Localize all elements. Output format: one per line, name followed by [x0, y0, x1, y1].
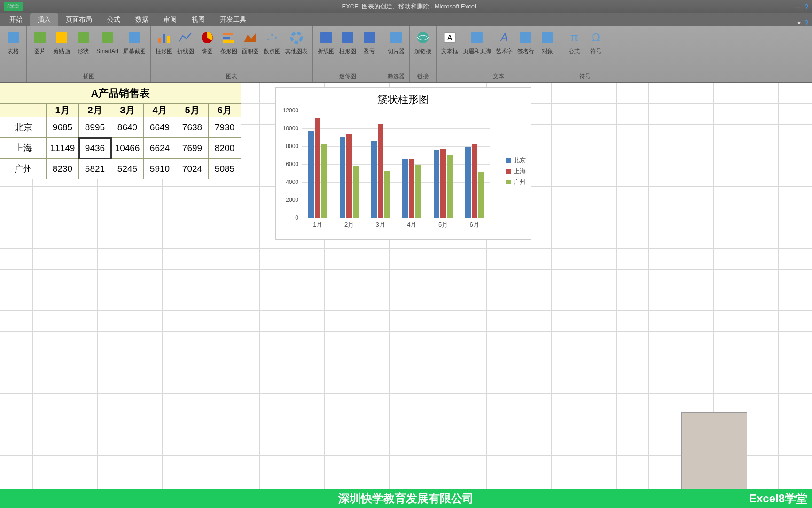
svg-text:A: A: [447, 34, 453, 42]
table-header[interactable]: 3月: [111, 104, 144, 117]
clipart-icon: [53, 29, 70, 46]
table-cell[interactable]: 11149: [47, 138, 79, 159]
menu-tab-插入[interactable]: 插入: [30, 13, 58, 26]
table-cell[interactable]: 5085: [209, 159, 241, 179]
minimize-icon[interactable]: ─: [795, 3, 800, 10]
svg-rect-8: [167, 36, 170, 43]
svg-rect-7: [163, 34, 165, 43]
table-header[interactable]: 6月: [209, 104, 241, 117]
ribbon-line-button[interactable]: 折线图: [175, 28, 196, 56]
table-cell[interactable]: 7930: [209, 117, 241, 138]
ribbon-wordart-button[interactable]: A艺术字: [494, 28, 515, 56]
table-cell[interactable]: 7024: [176, 159, 209, 179]
x-tick-label: 1月: [302, 221, 334, 230]
ribbon-smartart-button[interactable]: SmartArt: [94, 28, 120, 56]
ribbon-swl-button[interactable]: 盈亏: [359, 28, 380, 56]
menu-tab-公式[interactable]: 公式: [100, 13, 128, 26]
ribbon-help-icon[interactable]: ?: [804, 19, 808, 26]
table-header[interactable]: 2月: [79, 104, 111, 117]
table-row-header[interactable]: 广州: [0, 159, 47, 179]
ribbon-label: 对象: [542, 48, 553, 55]
screenshot-icon: [126, 29, 143, 46]
table-cell[interactable]: 10466: [111, 138, 144, 159]
ribbon-equation-button[interactable]: π公式: [564, 28, 585, 56]
svg-rect-12: [223, 40, 234, 43]
ribbon-screenshot-button[interactable]: 屏幕截图: [121, 28, 148, 56]
ribbon-tabs: 开始插入页面布局公式数据审阅视图开发工具 ▾ ?: [0, 13, 812, 26]
menu-tab-审阅[interactable]: 审阅: [156, 13, 184, 26]
chart-container[interactable]: 簇状柱形图 020004000600080001000012000 1月2月3月…: [275, 87, 531, 240]
svg-rect-1: [34, 32, 46, 43]
ribbon-textbox-button[interactable]: A文本框: [439, 28, 460, 56]
webcam-overlay: [681, 412, 747, 489]
object-icon: [539, 29, 556, 46]
ribbon-signature-button[interactable]: 签名行: [515, 28, 536, 56]
table-header[interactable]: 5月: [176, 104, 209, 117]
table-cell[interactable]: 8640: [111, 117, 144, 138]
menu-tab-页面布局[interactable]: 页面布局: [58, 13, 100, 26]
menu-tab-数据[interactable]: 数据: [128, 13, 156, 26]
table-cell[interactable]: 8230: [47, 159, 79, 179]
help-icon[interactable]: ?: [804, 3, 808, 10]
table-cell[interactable]: 9685: [47, 117, 79, 138]
ribbon-other-button[interactable]: 其他图表: [283, 28, 310, 56]
ribbon-area-button[interactable]: 面积图: [240, 28, 261, 56]
ribbon-column-button[interactable]: 柱形图: [154, 28, 174, 56]
svg-text:π: π: [570, 31, 578, 44]
table-cell[interactable]: 9436: [79, 138, 111, 159]
menu-tab-开始[interactable]: 开始: [2, 13, 30, 26]
svg-rect-18: [342, 32, 353, 43]
ribbon-pie-button[interactable]: 饼图: [197, 28, 218, 56]
ribbon-object-button[interactable]: 对象: [537, 28, 558, 56]
ribbon-label: 盈亏: [364, 48, 375, 55]
ribbon-shapes-button[interactable]: 形状: [73, 28, 94, 56]
menu-tab-视图[interactable]: 视图: [184, 13, 212, 26]
ribbon-label: 柱形图: [156, 48, 172, 55]
ribbon-label: 表格: [8, 48, 19, 55]
table-row-header[interactable]: 北京: [0, 117, 47, 138]
table-cell[interactable]: 5910: [144, 159, 176, 179]
ribbon-clipart-button[interactable]: 剪贴画: [51, 28, 72, 56]
ribbon-picture-button[interactable]: 图片: [30, 28, 50, 56]
ribbon-label: 超链接: [414, 48, 431, 55]
table-cell[interactable]: 5245: [111, 159, 144, 179]
menu-tab-开发工具[interactable]: 开发工具: [212, 13, 254, 26]
bar: [378, 124, 383, 218]
table-header[interactable]: 1月: [47, 104, 79, 117]
bar: [315, 118, 320, 218]
ribbon-symbol-button[interactable]: Ω符号: [586, 28, 606, 56]
table-corner[interactable]: [0, 104, 47, 117]
scatter-icon: [264, 29, 281, 46]
ribbon-scol-button[interactable]: 柱形图: [337, 28, 358, 56]
legend-swatch: [506, 158, 511, 163]
ribbon-table-button[interactable]: 表格: [3, 28, 23, 56]
table-row-header[interactable]: 上海: [0, 138, 47, 159]
ribbon-bar-button[interactable]: 条形图: [219, 28, 239, 56]
ribbon-scatter-button[interactable]: 散点图: [262, 28, 282, 56]
ribbon-sline-button[interactable]: 折线图: [316, 28, 336, 56]
pie-icon: [199, 29, 216, 46]
picture-icon: [31, 29, 48, 46]
ribbon-collapse-icon[interactable]: ▾: [797, 19, 801, 26]
data-table[interactable]: A产品销售表1月2月3月4月5月6月北京96858995864066497638…: [0, 83, 241, 179]
table-cell[interactable]: 7638: [176, 117, 209, 138]
ribbon-headerfooter-button[interactable]: 页眉和页脚: [461, 28, 493, 56]
table-cell[interactable]: 6649: [144, 117, 176, 138]
area-icon: [242, 29, 259, 46]
ribbon-hyperlink-button[interactable]: 超链接: [413, 28, 433, 56]
shapes-icon: [75, 29, 92, 46]
ribbon-label: 折线图: [177, 48, 194, 55]
table-cell[interactable]: 8200: [209, 138, 241, 159]
svg-point-21: [417, 32, 429, 43]
table-cell[interactable]: 5821: [79, 159, 111, 179]
ribbon-label: 图片: [34, 48, 46, 55]
table-cell[interactable]: 6624: [144, 138, 176, 159]
ribbon-slicer-button[interactable]: 切片器: [386, 28, 406, 56]
table-cell[interactable]: 7699: [176, 138, 209, 159]
svg-point-16: [292, 33, 301, 42]
hyperlink-icon: [414, 29, 431, 46]
table-header[interactable]: 4月: [144, 104, 176, 117]
ribbon-label: 其他图表: [285, 48, 308, 55]
table-cell[interactable]: 8995: [79, 117, 111, 138]
footer-company: 深圳快学教育发展有限公司: [338, 491, 474, 506]
